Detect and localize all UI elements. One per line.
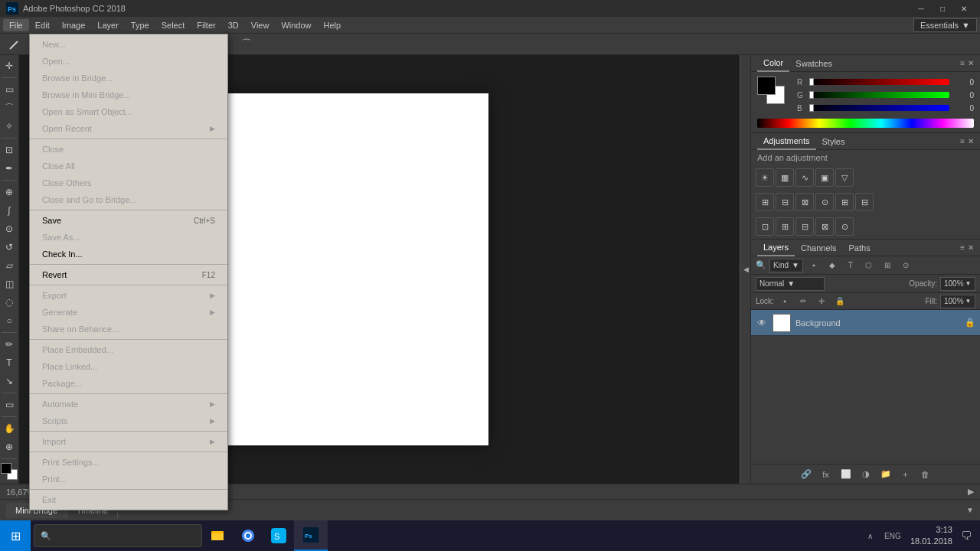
stamp-tool[interactable]: ⊙ xyxy=(1,220,18,237)
bw-btn[interactable]: ⊠ xyxy=(795,193,814,211)
tab-swatches[interactable]: Swatches xyxy=(789,56,838,71)
menu-entry-place-embed[interactable]: Place Embedded... xyxy=(30,341,227,358)
r-slider-thumb[interactable] xyxy=(809,78,814,86)
menu-entry-save-as[interactable]: Save As... xyxy=(30,229,227,246)
menu-type[interactable]: Type xyxy=(125,19,155,31)
menu-entry-exit[interactable]: Exit xyxy=(30,491,227,508)
gradient-tool[interactable]: ◫ xyxy=(1,276,18,292)
hsl-btn[interactable]: ⊞ xyxy=(756,193,774,211)
add-mask-btn[interactable]: ⬜ xyxy=(838,468,854,481)
path-select-tool[interactable]: ↘ xyxy=(1,373,18,390)
zoom-tool[interactable]: ⊕ xyxy=(1,439,18,455)
new-adj-layer-btn[interactable]: ◑ xyxy=(858,468,874,481)
magic-wand-tool[interactable]: ✧ xyxy=(1,118,18,135)
color-fg-bg-display[interactable] xyxy=(757,77,785,104)
menu-entry-browse-bridge[interactable]: Browse in Bridge... xyxy=(30,70,227,86)
blend-mode-dropdown[interactable]: Normal ▼ xyxy=(756,277,825,291)
maximize-button[interactable]: □ xyxy=(933,2,952,15)
close-button[interactable]: ✕ xyxy=(954,2,974,15)
dodge-tool[interactable]: ○ xyxy=(1,312,18,329)
filter-shape-btn[interactable]: ⬡ xyxy=(861,259,877,272)
channel-mixer-btn[interactable]: ⊞ xyxy=(835,193,854,211)
menu-select[interactable]: Select xyxy=(155,19,191,31)
bottom-panel-collapse-btn[interactable]: ▼ xyxy=(966,506,974,514)
menu-entry-generate[interactable]: Generate ▶ xyxy=(30,304,227,321)
menu-entry-export[interactable]: Export ▶ xyxy=(30,287,227,304)
menu-entry-close-others[interactable]: Close Others xyxy=(30,174,227,191)
new-layer-btn[interactable]: + xyxy=(898,468,913,481)
panel-collapse-button[interactable]: ◀ xyxy=(740,55,750,484)
g-value[interactable]: 0 xyxy=(952,91,974,99)
curves-btn[interactable]: ∿ xyxy=(795,168,814,187)
link-layers-btn[interactable]: 🔗 xyxy=(799,468,814,481)
layers-panel-menu[interactable]: ≡ xyxy=(960,243,965,252)
eyedropper-tool[interactable]: ✒ xyxy=(1,160,18,177)
tab-styles[interactable]: Styles xyxy=(816,134,851,149)
color-spectrum-bar[interactable] xyxy=(757,119,974,128)
color-balance-btn[interactable]: ⊟ xyxy=(776,193,794,211)
r-slider-track[interactable] xyxy=(809,79,949,85)
photo-filter-btn[interactable]: ⊙ xyxy=(815,193,834,211)
hand-tool[interactable]: ✋ xyxy=(1,420,18,437)
lock-image-btn[interactable]: ✏ xyxy=(795,295,811,308)
menu-entry-check-in[interactable]: Check In... xyxy=(30,246,227,262)
adj-panel-menu[interactable]: ≡ xyxy=(960,137,965,145)
b-slider-track[interactable] xyxy=(809,105,949,111)
taskbar-explorer-icon[interactable] xyxy=(202,520,233,551)
menu-filter[interactable]: Filter xyxy=(191,19,221,31)
layer-kind-dropdown[interactable]: Kind ▼ xyxy=(769,259,803,272)
move-tool[interactable]: ✛ xyxy=(1,57,18,74)
menu-entry-open-smart[interactable]: Open as Smart Object... xyxy=(30,103,227,120)
g-slider-track[interactable] xyxy=(809,92,949,98)
fill-dropdown[interactable]: 100% ▼ xyxy=(940,295,975,308)
vibrance-btn[interactable]: ▽ xyxy=(835,168,854,187)
system-clock[interactable]: 3:13 18.01.2018 xyxy=(910,524,952,548)
menu-entry-open-recent[interactable]: Open Recent ▶ xyxy=(30,120,227,137)
adj-panel-close[interactable]: ✕ xyxy=(968,137,974,145)
tool-preset-btn[interactable] xyxy=(6,36,23,53)
menu-entry-print[interactable]: Print... xyxy=(30,471,227,487)
r-value[interactable]: 0 xyxy=(952,78,974,86)
taskbar-ps-icon[interactable]: Ps xyxy=(294,520,328,551)
lock-transparent-btn[interactable]: ▪ xyxy=(777,295,792,308)
blur-tool[interactable]: ◌ xyxy=(1,294,18,311)
tab-paths[interactable]: Paths xyxy=(843,240,877,256)
menu-layer[interactable]: Layer xyxy=(91,19,125,31)
menu-window[interactable]: Window xyxy=(275,19,317,31)
workspace-switcher[interactable]: Essentials ▼ xyxy=(913,18,977,32)
opacity-dropdown-layers[interactable]: 100% ▼ xyxy=(940,277,975,291)
brush-tool[interactable]: ∫ xyxy=(1,202,18,219)
layer-item-background[interactable]: 👁 Background 🔒 xyxy=(751,310,980,336)
menu-entry-share[interactable]: Share on Behance... xyxy=(30,321,227,337)
type-tool[interactable]: T xyxy=(1,354,18,371)
menu-entry-place-link[interactable]: Place Linked... xyxy=(30,358,227,375)
brightness-contrast-btn[interactable]: ☀ xyxy=(756,168,774,187)
filter-adj-btn[interactable]: ◆ xyxy=(825,259,840,272)
fg-color-swatch[interactable] xyxy=(757,77,776,95)
posterize-btn[interactable]: ⊞ xyxy=(776,217,794,236)
menu-entry-automate[interactable]: Automate ▶ xyxy=(30,396,227,412)
levels-btn[interactable]: ▦ xyxy=(776,168,794,187)
tab-layers[interactable]: Layers xyxy=(757,240,795,256)
delete-layer-btn[interactable]: 🗑 xyxy=(918,468,933,481)
threshold-btn[interactable]: ⊟ xyxy=(795,217,814,236)
shape-tool[interactable]: ▭ xyxy=(1,396,18,413)
menu-3d[interactable]: 3D xyxy=(222,19,245,31)
menu-entry-open[interactable]: Open... xyxy=(30,53,227,70)
menu-image[interactable]: Image xyxy=(56,19,92,31)
history-brush-tool[interactable]: ↺ xyxy=(1,239,18,256)
status-arrow-btn[interactable]: ▶ xyxy=(968,487,974,497)
new-group-btn[interactable]: 📁 xyxy=(878,468,893,481)
menu-entry-package[interactable]: Package... xyxy=(30,375,227,392)
exposure-btn[interactable]: ▣ xyxy=(815,168,834,187)
g-slider-thumb[interactable] xyxy=(809,91,814,99)
b-slider-thumb[interactable] xyxy=(809,104,814,112)
lock-position-btn[interactable]: ✛ xyxy=(814,295,829,308)
b-value[interactable]: 0 xyxy=(952,104,974,112)
menu-entry-import[interactable]: Import ▶ xyxy=(30,433,227,450)
color-lookup-btn[interactable]: ⊟ xyxy=(855,193,874,211)
gradient-map-btn[interactable]: ⊠ xyxy=(815,217,834,236)
menu-entry-browse-mini[interactable]: Browse in Mini Bridge... xyxy=(30,86,227,103)
filter-pixel-btn[interactable]: ▪ xyxy=(806,259,822,272)
pressure-icon[interactable]: ⌒ xyxy=(239,37,254,52)
